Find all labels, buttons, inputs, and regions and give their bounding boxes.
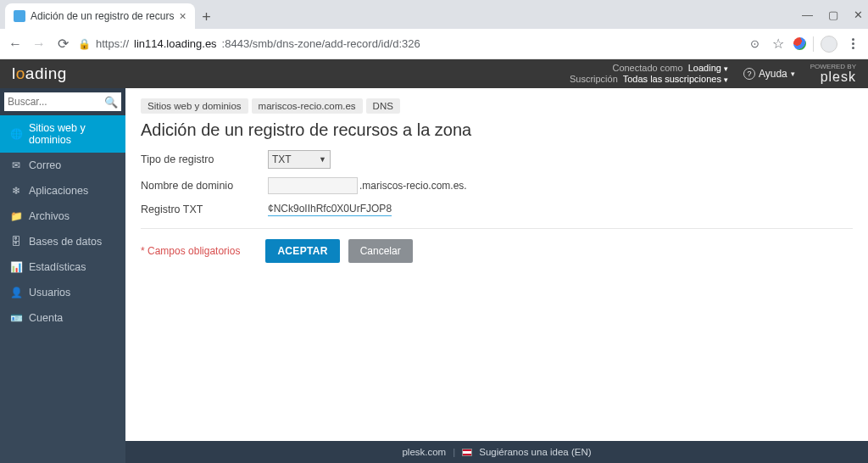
- sidebar-item-stats[interactable]: 📊 Estadísticas: [0, 254, 125, 280]
- apps-icon: ❄: [10, 185, 22, 197]
- url-path: :8443/smb/dns-zone/add-record/id/d:326: [222, 37, 420, 50]
- sidebar-search: 🔍: [0, 88, 125, 115]
- connected-as-label: Conectado como: [612, 63, 682, 73]
- search-icon[interactable]: 🔍: [104, 96, 118, 109]
- plesk-logo[interactable]: POWERED BY plesk: [810, 64, 856, 84]
- divider: [141, 228, 853, 229]
- domain-suffix: .mariscos-recio.com.es.: [359, 180, 467, 192]
- omnibox-search-icon[interactable]: ⊙: [746, 36, 763, 53]
- footer-plesk-link[interactable]: plesk.com: [402, 447, 446, 457]
- window-maximize-icon[interactable]: ▢: [828, 8, 838, 21]
- nav-reload-icon[interactable]: ⟳: [54, 36, 71, 53]
- record-type-select[interactable]: TXT ▼: [268, 150, 331, 169]
- tab-favicon: [14, 10, 25, 22]
- breadcrumb: Sitios web y dominios mariscos-recio.com…: [141, 98, 853, 114]
- database-icon: 🗄: [10, 236, 22, 248]
- toolbar-divider: [813, 36, 814, 52]
- account-icon: 🪪: [10, 312, 22, 324]
- accept-button[interactable]: ACEPTAR: [265, 239, 339, 263]
- breadcrumb-item[interactable]: DNS: [366, 98, 400, 114]
- sidebar-item-label: Cuenta: [29, 312, 63, 324]
- sidebar-item-account[interactable]: 🪪 Cuenta: [0, 305, 125, 331]
- globe-icon: 🌐: [10, 128, 22, 140]
- footer-suggest-link[interactable]: Sugiéranos una idea (EN): [479, 447, 591, 457]
- url-host: lin114.loading.es: [134, 37, 217, 50]
- brand-post: ading: [25, 64, 67, 82]
- user-icon: 👤: [10, 287, 22, 298]
- sidebar: 🔍 🌐 Sitios web y dominios ✉ Correo ❄ Apl…: [0, 88, 125, 463]
- browser-tabbar: Adición de un registro de recurs × + — ▢…: [0, 0, 868, 29]
- subscription-menu[interactable]: Todas las suscripciones ▾: [623, 74, 728, 84]
- nav-back-icon[interactable]: ←: [7, 36, 24, 53]
- sidebar-item-databases[interactable]: 🗄 Bases de datos: [0, 229, 125, 254]
- browser-menu-icon[interactable]: [844, 38, 861, 49]
- address-bar[interactable]: 🔒 https://lin114.loading.es:8443/smb/dns…: [78, 37, 739, 50]
- sidebar-item-users[interactable]: 👤 Usuarios: [0, 280, 125, 305]
- tab-title: Adición de un registro de recurs: [31, 10, 174, 22]
- sidebar-item-label: Archivos: [29, 210, 70, 222]
- sidebar-item-apps[interactable]: ❄ Aplicaciones: [0, 178, 125, 204]
- sidebar-item-websites-domains[interactable]: 🌐 Sitios web y dominios: [0, 115, 125, 153]
- nav-forward-icon[interactable]: →: [31, 36, 47, 53]
- sidebar-item-label: Usuarios: [29, 287, 70, 298]
- sidebar-item-label: Sitios web y dominios: [29, 122, 115, 146]
- browser-toolbar: ← → ⟳ 🔒 https://lin114.loading.es:8443/s…: [0, 29, 868, 59]
- url-prefix: https://: [96, 37, 129, 50]
- window-minimize-icon[interactable]: —: [802, 8, 813, 21]
- subscription-label: Suscripción: [570, 74, 618, 84]
- app-footer: plesk.com | Sugiéranos una idea (EN): [125, 441, 868, 463]
- window-controls: — ▢ ✕: [802, 0, 868, 29]
- breadcrumb-item[interactable]: Sitios web y dominios: [141, 98, 248, 114]
- record-type-value: TXT: [272, 153, 292, 165]
- sidebar-item-label: Correo: [29, 159, 61, 171]
- help-icon: ?: [743, 68, 755, 80]
- sidebar-item-label: Bases de datos: [29, 236, 102, 248]
- flag-icon: [462, 449, 472, 456]
- bookmark-icon[interactable]: ☆: [770, 36, 787, 53]
- lock-icon: 🔒: [78, 38, 91, 50]
- record-type-label: Tipo de registro: [141, 153, 268, 165]
- txt-record-input[interactable]: ¢NCk9oIIhRfc0X0UrFJOP8: [268, 203, 392, 216]
- breadcrumb-item[interactable]: mariscos-recio.com.es: [252, 98, 363, 114]
- help-label: Ayuda: [759, 68, 787, 80]
- search-input[interactable]: [8, 96, 104, 108]
- extension-icon[interactable]: [793, 37, 806, 50]
- main-panel: Sitios web y dominios mariscos-recio.com…: [125, 88, 868, 463]
- cancel-button[interactable]: Cancelar: [348, 239, 413, 263]
- help-menu[interactable]: ? Ayuda ▾: [743, 68, 795, 80]
- stats-icon: 📊: [10, 261, 22, 273]
- domain-name-input[interactable]: [268, 177, 358, 194]
- sidebar-item-files[interactable]: 📁 Archivos: [0, 204, 125, 229]
- profile-avatar[interactable]: [821, 36, 837, 53]
- txt-record-label: Registro TXT: [141, 204, 268, 215]
- required-fields-note: * Campos obligatorios: [141, 245, 240, 257]
- app-header: loading Conectado como Loading ▾ Suscrip…: [0, 59, 868, 88]
- user-menu[interactable]: Loading ▾: [688, 63, 728, 73]
- domain-name-label: Nombre de dominio: [141, 180, 268, 192]
- browser-tab[interactable]: Adición de un registro de recurs ×: [5, 3, 195, 29]
- plesk-text: plesk: [810, 70, 856, 84]
- tab-close-icon[interactable]: ×: [179, 9, 186, 23]
- folder-icon: 📁: [10, 210, 22, 222]
- window-close-icon[interactable]: ✕: [854, 8, 863, 21]
- connection-info: Conectado como Loading ▾ Suscripción Tod…: [570, 63, 728, 85]
- sidebar-item-label: Estadísticas: [29, 261, 86, 273]
- chevron-down-icon: ▼: [319, 155, 326, 164]
- sidebar-item-mail[interactable]: ✉ Correo: [0, 153, 125, 178]
- mail-icon: ✉: [10, 159, 22, 171]
- brand-accent: o: [16, 64, 25, 82]
- sidebar-item-label: Aplicaciones: [29, 185, 88, 197]
- new-tab-button[interactable]: +: [195, 5, 219, 29]
- page-title: Adición de un registro de recursos a la …: [141, 120, 853, 140]
- brand-logo[interactable]: loading: [12, 64, 67, 83]
